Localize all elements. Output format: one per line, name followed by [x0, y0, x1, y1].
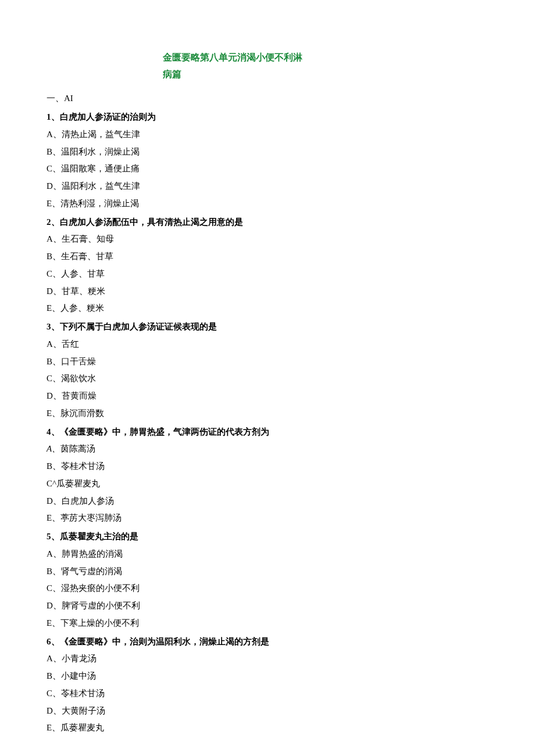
- document-page: 金匮要略第八单元消渴小便不利淋 病篇 一、AI 1、白虎加人参汤证的治则为A、清…: [0, 0, 535, 756]
- option-marker: B、: [47, 461, 61, 471]
- option-text: 瓜蒌瞿麦丸: [60, 723, 104, 732]
- question: 2、白虎加人参汤配伍中，具有清热止渴之用意的是A、生石膏、知母B、生石膏、甘草C…: [47, 214, 488, 317]
- option-marker: A、: [47, 234, 62, 243]
- document-title: 金匮要略第八单元消渴小便不利淋 病篇: [163, 49, 488, 83]
- option-marker: C、: [47, 164, 61, 173]
- question-option: B、温阳利水，润燥止渴: [47, 144, 488, 160]
- option-text: 葶苈大枣泻肺汤: [60, 513, 122, 522]
- question-option: B、生石膏、甘草: [47, 249, 488, 265]
- option-text: 生石膏、知母: [62, 234, 114, 243]
- option-text: 肾气亏虚的消渴: [61, 567, 122, 576]
- option-text: 渴欲饮水: [61, 374, 96, 383]
- option-marker: C、: [47, 269, 61, 278]
- question-option: C、渴欲饮水: [47, 371, 488, 387]
- option-text: 大黄附子汤: [62, 706, 105, 715]
- option-marker: D、: [47, 286, 62, 296]
- option-text: 温阳利水，润燥止渴: [61, 147, 140, 156]
- option-marker: D、: [47, 601, 62, 610]
- option-text: 温阳散寒，通便止痛: [61, 164, 140, 173]
- option-text: 茵陈蒿汤: [60, 444, 95, 453]
- question-stem: 4、《金匮要略》中，肺胃热盛，气津两伤证的代表方剂为: [47, 424, 488, 440]
- question-stem: 2、白虎加人参汤配伍中，具有清热止渴之用意的是: [47, 214, 488, 231]
- option-marker: D、: [47, 706, 62, 715]
- option-marker: E、: [47, 303, 60, 313]
- question-stem: 1、白虎加人参汤证的治则为: [47, 109, 488, 126]
- option-marker: B、: [47, 567, 61, 576]
- option-text: 瓜蒌瞿麦丸: [56, 479, 100, 488]
- option-marker: D、: [47, 496, 62, 506]
- question-option: B、口干舌燥: [47, 354, 488, 370]
- question-option: E、瓜蒌瞿麦丸: [47, 720, 488, 736]
- option-marker: E、: [47, 199, 60, 208]
- option-text: 甘草、粳米: [62, 286, 105, 296]
- question: 5、瓜蒌瞿麦丸主治的是A、肺胃热盛的消渴B、肾气亏虚的消渴C、湿热夹瘀的小便不利…: [47, 529, 488, 632]
- option-text: 人参、甘草: [61, 269, 105, 278]
- question-option: C、湿热夹瘀的小便不利: [47, 581, 488, 597]
- option-text: 脾肾亏虚的小便不利: [62, 601, 140, 610]
- question-option: A、生石膏、知母: [47, 231, 488, 248]
- question-option: C^瓜蒌瞿麦丸: [47, 476, 488, 492]
- option-marker: A、: [47, 654, 62, 663]
- option-text: 苔黄而燥: [62, 391, 97, 400]
- question-option: D、苔黄而燥: [47, 388, 488, 404]
- option-text: 温阳利水，益气生津: [62, 181, 140, 191]
- question-option: A、舌红: [47, 336, 488, 353]
- question-option: A、茵陈蒿汤: [47, 441, 488, 457]
- question-option: B、苓桂术甘汤: [47, 458, 488, 475]
- question-option: D、温阳利水，益气生津: [47, 178, 488, 195]
- option-marker: C、: [47, 689, 61, 698]
- option-text: 舌红: [62, 339, 79, 349]
- section-label: 一、AI: [47, 91, 488, 107]
- questions-container: 1、白虎加人参汤证的治则为A、清热止渴，益气生津B、温阳利水，润燥止渴C、温阳散…: [47, 109, 488, 736]
- question-option: D、大黄附子汤: [47, 703, 488, 719]
- question-option: A、清热止渴，益气生津: [47, 127, 488, 143]
- option-marker: C、: [47, 583, 61, 593]
- option-marker: B、: [47, 357, 61, 366]
- option-marker: E、: [47, 723, 60, 732]
- option-text: 小青龙汤: [62, 654, 97, 663]
- question-option: E、人参、粳米: [47, 300, 488, 317]
- question-option: D、甘草、粳米: [47, 284, 488, 300]
- option-marker: D、: [47, 391, 62, 400]
- question-option: E、清热利湿，润燥止渴: [47, 196, 488, 212]
- option-text: 人参、粳米: [60, 303, 104, 313]
- option-text: 苓桂术甘汤: [61, 461, 105, 471]
- question-option: E、下寒上燥的小便不利: [47, 615, 488, 632]
- option-text: 清热止渴，益气生津: [62, 130, 140, 139]
- option-marker: E、: [47, 513, 60, 522]
- option-marker: C^: [47, 479, 56, 488]
- question-option: A、小青龙汤: [47, 651, 488, 667]
- option-marker: B、: [47, 252, 61, 261]
- question-option: A、肺胃热盛的消渴: [47, 546, 488, 562]
- question-stem: 5、瓜蒌瞿麦丸主治的是: [47, 529, 488, 545]
- option-marker: B、: [47, 671, 61, 680]
- question: 6、《金匮要略》中，治则为温阳利水，润燥止渴的方剂是A、小青龙汤B、小建中汤C、…: [47, 634, 488, 737]
- option-marker: A、: [47, 339, 62, 349]
- question-stem: 6、《金匮要略》中，治则为温阳利水，润燥止渴的方剂是: [47, 634, 488, 650]
- question-option: E、葶苈大枣泻肺汤: [47, 510, 488, 526]
- option-text: 肺胃热盛的消渴: [62, 549, 123, 558]
- option-text: 小建中汤: [61, 671, 96, 680]
- question-option: B、肾气亏虚的消渴: [47, 564, 488, 580]
- option-text: 脉沉而滑数: [60, 409, 104, 418]
- question-option: C、人参、甘草: [47, 266, 488, 282]
- option-text: 口干舌燥: [61, 357, 96, 366]
- option-text: 下寒上燥的小便不利: [60, 618, 139, 628]
- question-option: C、温阳散寒，通便止痛: [47, 161, 488, 177]
- option-marker: B、: [47, 147, 61, 156]
- option-marker: E、: [47, 409, 60, 418]
- option-marker: A、: [47, 549, 62, 558]
- option-marker: C、: [47, 374, 61, 383]
- option-marker: E、: [47, 618, 60, 628]
- option-text: 苓桂术甘汤: [61, 689, 105, 698]
- option-marker: D、: [47, 181, 62, 191]
- option-text: 清热利湿，润燥止渴: [60, 199, 139, 208]
- option-marker: A、: [47, 444, 60, 453]
- question-stem: 3、下列不属于白虎加人参汤证证候表现的是: [47, 319, 488, 335]
- question-option: B、小建中汤: [47, 668, 488, 685]
- question-option: E、脉沉而滑数: [47, 406, 488, 422]
- question: 4、《金匮要略》中，肺胃热盛，气津两伤证的代表方剂为A、茵陈蒿汤B、苓桂术甘汤C…: [47, 424, 488, 527]
- option-text: 生石膏、甘草: [61, 252, 113, 261]
- title-line-1: 金匮要略第八单元消渴小便不利淋: [163, 49, 488, 66]
- title-line-2: 病篇: [163, 66, 488, 83]
